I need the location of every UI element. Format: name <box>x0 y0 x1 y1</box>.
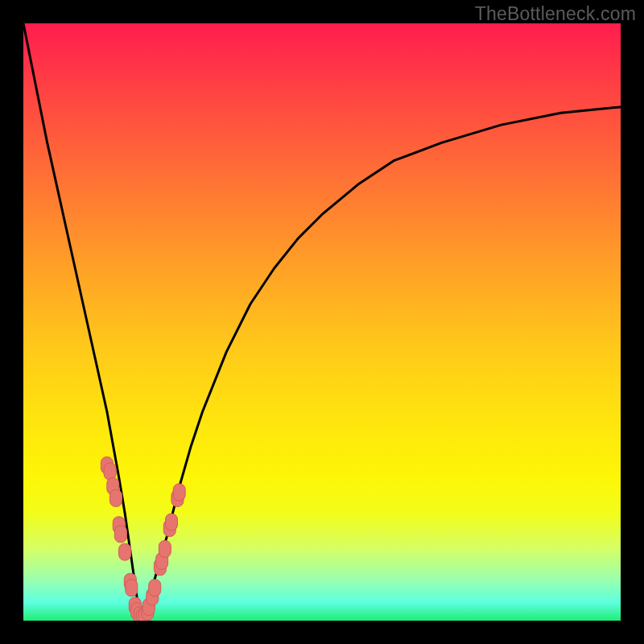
data-marker <box>126 580 138 597</box>
chart-plot-area <box>23 23 621 621</box>
data-marker <box>166 514 178 530</box>
watermark-text: TheBottleneck.com <box>475 3 636 25</box>
chart-frame: TheBottleneck.com <box>0 0 644 644</box>
data-marker <box>149 580 161 597</box>
bottleneck-curve <box>23 23 621 621</box>
data-markers <box>101 457 185 621</box>
chart-svg <box>23 23 621 621</box>
data-marker <box>119 543 131 560</box>
data-marker <box>173 484 185 501</box>
data-marker <box>110 489 122 506</box>
data-marker <box>114 526 126 543</box>
data-marker <box>159 540 171 557</box>
data-marker <box>104 463 116 480</box>
